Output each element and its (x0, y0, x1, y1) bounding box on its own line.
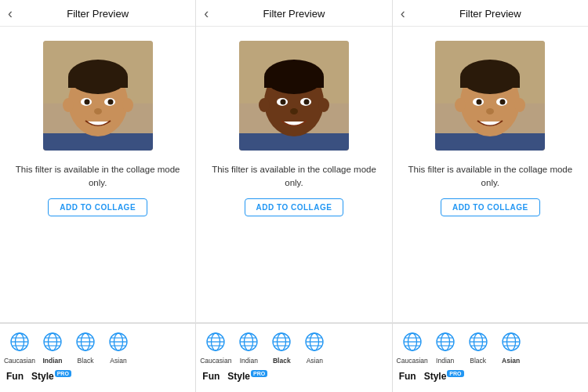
globe-icon-3-4 (499, 330, 523, 357)
filter-icon-label-2-2: Indian (240, 357, 258, 365)
pro-badge-1-2: PRO (55, 370, 71, 377)
filter-icon-1-2[interactable]: Indian (36, 330, 69, 365)
filter-icon-label-2-1: Caucasian (200, 357, 231, 365)
panel-title-2: Filter Preview (263, 8, 325, 20)
add-to-collage-button-2[interactable]: ADD TO COLLAGE (245, 198, 344, 216)
add-to-collage-button-3[interactable]: ADD TO COLLAGE (441, 198, 540, 216)
filter-icon-3-2[interactable]: Indian (429, 330, 462, 365)
filter-icons-row-2: Caucasian Indian Black Asian (196, 324, 391, 366)
panel-header-1: ‹ Filter Preview (0, 0, 195, 27)
filter-icon-1-3[interactable]: Black (69, 330, 102, 365)
tabs-row-1: FunStylePRO (0, 366, 195, 385)
panel-title-1: Filter Preview (67, 8, 129, 20)
photo-area-3 (435, 41, 545, 151)
tab-2-1[interactable]: Fun (202, 371, 220, 382)
svg-point-23 (280, 100, 285, 105)
svg-point-38 (500, 100, 506, 105)
svg-point-37 (477, 100, 482, 105)
filter-info-2: This filter is available in the collage … (204, 163, 383, 191)
filter-icon-label-3-1: Caucasian (397, 357, 428, 365)
svg-point-39 (486, 108, 494, 114)
tab-3-1[interactable]: Fun (399, 371, 416, 382)
svg-rect-6 (68, 77, 128, 88)
filter-icon-label-2-4: Asian (307, 357, 323, 365)
svg-rect-34 (460, 77, 520, 88)
tabs-row-3: FunStylePRO (393, 366, 588, 385)
filter-icons-row-3: Caucasian Indian Black Asian (393, 324, 588, 366)
photo-area-1 (43, 41, 153, 151)
back-button-2[interactable]: ‹ (204, 5, 209, 22)
tab-1-2[interactable]: StylePRO (31, 371, 71, 382)
filter-icon-3-1[interactable]: Caucasian (396, 330, 429, 365)
filter-icon-label-1-2: Indian (42, 357, 62, 365)
filter-icon-label-3-2: Indian (436, 357, 454, 365)
filter-icon-label-3-3: Black (470, 357, 486, 365)
panel-3: ‹ Filter Preview This fil (393, 0, 588, 322)
panel-title-3: Filter Preview (459, 8, 521, 20)
filter-icon-3-4[interactable]: Asian (495, 330, 528, 365)
svg-point-25 (290, 108, 298, 114)
globe-icon-1-4 (107, 330, 130, 357)
globe-icon-2-4 (303, 330, 326, 357)
bottom-panel-3: Caucasian Indian Black Asian FunStylePRO (393, 324, 588, 392)
svg-point-26 (259, 98, 270, 112)
tab-3-2[interactable]: StylePRO (424, 371, 464, 382)
bottom-panel-1: Caucasian Indian Black Asian FunStylePRO (0, 324, 196, 392)
svg-point-11 (94, 108, 102, 114)
panels-container: ‹ Filter Preview This fil (0, 0, 588, 323)
back-button-3[interactable]: ‹ (401, 5, 405, 22)
globe-icon-3-3 (466, 330, 490, 357)
photo-area-2 (239, 41, 349, 151)
svg-point-27 (318, 98, 329, 112)
filter-info-1: This filter is available in the collage … (8, 163, 187, 191)
svg-point-24 (303, 100, 309, 105)
globe-icon-1-3 (74, 330, 97, 357)
bottom-bar: Caucasian Indian Black Asian FunStylePRO (0, 323, 588, 392)
filter-icon-label-1-4: Asian (110, 357, 126, 365)
globe-icon-1-1 (8, 330, 31, 357)
filter-icon-2-3[interactable]: Black (265, 330, 298, 365)
tab-2-2[interactable]: StylePRO (227, 371, 267, 382)
add-to-collage-button-1[interactable]: ADD TO COLLAGE (48, 198, 147, 216)
globe-icon-2-2 (237, 330, 260, 357)
tab-1-1[interactable]: Fun (6, 371, 24, 382)
filter-icon-2-2[interactable]: Indian (232, 330, 265, 365)
svg-point-41 (514, 98, 525, 112)
filter-info-3: This filter is available in the collage … (401, 163, 580, 191)
pro-badge-2-2: PRO (251, 370, 267, 377)
globe-icon-3-2 (434, 330, 457, 357)
filter-icon-3-3[interactable]: Black (462, 330, 495, 365)
panel-1: ‹ Filter Preview This fil (0, 0, 196, 322)
globe-icon-2-1 (204, 330, 227, 357)
panel-header-2: ‹ Filter Preview (196, 0, 391, 27)
svg-point-9 (84, 100, 89, 105)
filter-icon-1-1[interactable]: Caucasian (3, 330, 36, 365)
svg-point-13 (122, 98, 133, 112)
panel-header-3: ‹ Filter Preview (393, 0, 588, 27)
svg-point-12 (63, 98, 74, 112)
svg-point-10 (107, 100, 113, 105)
filter-icon-label-1-3: Black (78, 357, 94, 365)
filter-icon-1-4[interactable]: Asian (102, 330, 135, 365)
filter-icon-2-1[interactable]: Caucasian (199, 330, 232, 365)
pro-badge-3-2: PRO (447, 370, 463, 377)
globe-icon-3-1 (401, 330, 424, 357)
panel-2: ‹ Filter Preview This fil (196, 0, 392, 322)
filter-icon-label-1-1: Caucasian (4, 357, 35, 365)
filter-icon-2-4[interactable]: Asian (298, 330, 331, 365)
filter-icons-row-1: Caucasian Indian Black Asian (0, 324, 195, 366)
globe-icon-1-2 (41, 330, 64, 357)
back-button-1[interactable]: ‹ (8, 5, 13, 22)
tabs-row-2: FunStylePRO (196, 366, 391, 385)
svg-point-40 (455, 98, 466, 112)
filter-icon-label-3-4: Asian (502, 357, 520, 365)
svg-rect-20 (264, 77, 324, 88)
globe-icon-2-3 (270, 330, 293, 357)
filter-icon-label-2-3: Black (273, 357, 291, 365)
bottom-panel-2: Caucasian Indian Black Asian FunStylePRO (196, 324, 392, 392)
